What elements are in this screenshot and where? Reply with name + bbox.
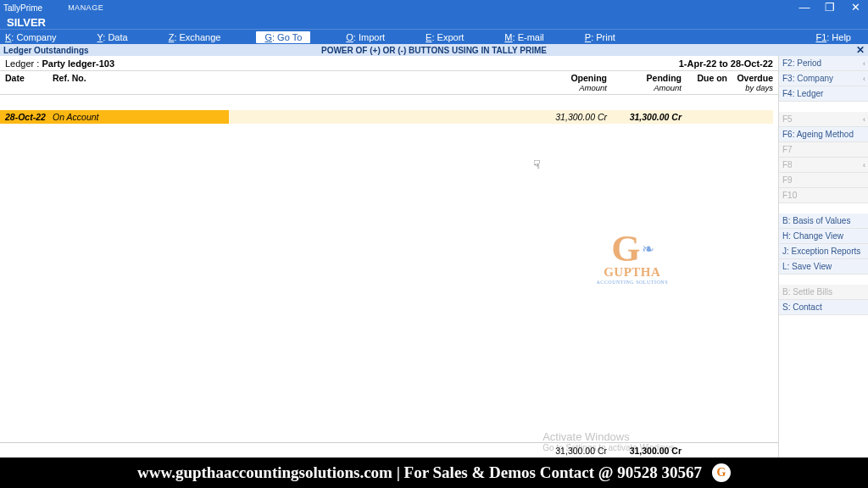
banner-text: www.gupthaaccountingsolutions.com | For … (137, 463, 702, 482)
rp-change-view[interactable]: H: Change View (779, 229, 868, 244)
menu-print[interactable]: P: Print (580, 32, 620, 42)
menu-help[interactable]: F1: Help (810, 32, 856, 42)
maximize-icon[interactable]: ❐ (817, 0, 843, 15)
report-title: Ledger Outstandings (0, 46, 89, 55)
total-opening: 31,300.00 Cr (539, 446, 607, 456)
rp-f5: F5‹ (779, 112, 868, 127)
window-controls: — ❐ ✕ (792, 0, 868, 15)
minimize-icon[interactable]: — (792, 0, 817, 15)
subtitle-bar: Ledger Outstandings POWER OF (+) OR (-) … (0, 44, 868, 56)
table-header: Date Ref. No. OpeningAmount PendingAmoun… (0, 71, 778, 95)
row-ref: On Account (53, 112, 120, 122)
menu-data[interactable]: Y: Data (92, 32, 133, 42)
banner-logo-icon: G (712, 463, 731, 482)
col-date: Date (5, 73, 53, 83)
close-report-icon[interactable]: ✕ (856, 45, 865, 55)
col-pending: PendingAmount (614, 73, 682, 92)
row-date: 28-Oct-22 (5, 112, 53, 122)
rp-contact[interactable]: S: Contact (779, 300, 868, 315)
rp-basis[interactable]: B: Basis of Values (779, 214, 868, 229)
col-overdue: Overdueby days (731, 73, 773, 92)
row-opening: 31,300.00 Cr (539, 112, 607, 122)
menu-export[interactable]: E: Export (420, 32, 469, 42)
menu-exchange[interactable]: Z: Exchange (164, 32, 226, 42)
cursor-icon: ☟ (533, 158, 541, 171)
menu-company[interactable]: K: Company (0, 32, 62, 42)
app-name: TallyPrime (3, 3, 42, 13)
rp-save-view[interactable]: L: Save View (779, 259, 868, 274)
date-range: 1-Apr-22 to 28-Oct-22 (679, 58, 773, 69)
close-icon[interactable]: ✕ (843, 0, 868, 15)
menu-goto[interactable]: G: Go To (256, 31, 310, 43)
ledger-label: Ledger : (5, 58, 39, 69)
rp-f10: F10 (779, 188, 868, 203)
col-due: Due on (687, 73, 727, 83)
rp-settle: B: Settle Bills (779, 285, 868, 300)
menubar: K: Company Y: Data Z: Exchange G: Go To … (0, 29, 868, 44)
rp-exception[interactable]: J: Exception Reports (779, 244, 868, 259)
col-opening: OpeningAmount (539, 73, 607, 92)
rp-company[interactable]: F3: Company‹ (779, 71, 868, 86)
row-pending: 31,300.00 Cr (614, 112, 682, 122)
ledger-name: Party ledger-103 (42, 58, 114, 69)
table-row-values[interactable]: 31,300.00 Cr 31,300.00 Cr (229, 110, 773, 124)
ledger-header: Ledger : Party ledger-103 1-Apr-22 to 28… (0, 56, 778, 71)
manage-label[interactable]: MANAGE (68, 3, 103, 12)
edition-label: SILVER (0, 15, 868, 29)
rp-period[interactable]: F2: Period‹ (779, 56, 868, 71)
right-panel: F2: Period‹ F3: Company‹ F4: Ledger F5‹ … (778, 56, 868, 458)
menu-import[interactable]: O: Import (341, 32, 390, 42)
col-ref: Ref. No. (53, 73, 120, 83)
total-pending: 31,300.00 Cr (614, 446, 682, 456)
totals-row: 31,300.00 Cr 31,300.00 Cr (0, 442, 778, 458)
rp-f9: F9 (779, 173, 868, 188)
titlebar: TallyPrime MANAGE — ❐ ✕ (0, 0, 868, 15)
rp-ageing[interactable]: F6: Ageing Method (779, 127, 868, 142)
watermark-logo: G❧ GUPTHA ACCOUNTING SOLUTIONS (597, 234, 669, 285)
footer-banner: www.gupthaaccountingsolutions.com | For … (0, 458, 868, 488)
rp-ledger[interactable]: F4: Ledger (779, 86, 868, 102)
table-row[interactable]: 28-Oct-22 On Account (0, 110, 229, 124)
rp-f8: F8‹ (779, 158, 868, 173)
company-context: POWER OF (+) OR (-) BUTTONS USING IN TAL… (321, 46, 547, 55)
main-report-area: Ledger : Party ledger-103 1-Apr-22 to 28… (0, 56, 778, 458)
menu-email[interactable]: M: E-mail (499, 32, 548, 42)
rp-f7: F7 (779, 142, 868, 158)
